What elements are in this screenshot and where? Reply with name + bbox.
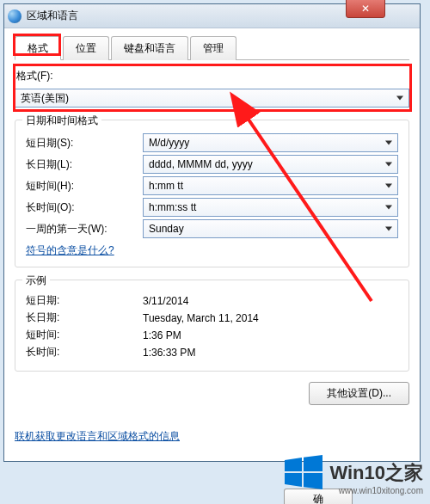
example-group: 示例 短日期: 3/11/2014 长日期: Tuesday, March 11…	[15, 280, 409, 372]
datetime-format-group: 日期和时间格式 短日期(S): M/d/yyyy 长日期(L): dddd, M…	[15, 120, 409, 267]
close-icon: ✕	[361, 3, 370, 15]
other-settings-button[interactable]: 其他设置(D)...	[309, 382, 409, 405]
chevron-down-icon	[385, 227, 392, 231]
row-first-day: 一周的第一天(W): Sunday	[26, 219, 398, 238]
notation-meaning-link[interactable]: 符号的含意是什么?	[26, 244, 114, 256]
long-time-value: h:mm:ss tt	[149, 201, 196, 213]
tab-keyboard-language[interactable]: 键盘和语言	[111, 36, 188, 60]
chevron-down-icon	[396, 96, 403, 101]
svg-marker-3	[285, 473, 302, 487]
first-day-label: 一周的第一天(W):	[26, 222, 143, 237]
ex-short-date-label: 短日期:	[26, 293, 143, 308]
short-date-dropdown[interactable]: M/d/yyyy	[143, 133, 398, 152]
ex-long-date-label: 长日期:	[26, 310, 143, 325]
ex-long-time-label: 长时间:	[26, 345, 143, 360]
chevron-down-icon	[385, 206, 392, 210]
short-time-dropdown[interactable]: h:mm tt	[143, 176, 398, 195]
long-time-label: 长时间(O):	[26, 200, 143, 215]
ok-button-cut[interactable]: 确	[284, 489, 353, 504]
globe-icon	[8, 9, 22, 23]
long-date-value: dddd, MMMM dd, yyyy	[149, 158, 253, 170]
row-long-time: 长时间(O): h:mm:ss tt	[26, 198, 398, 217]
format-value: 英语(美国)	[21, 91, 69, 106]
long-date-label: 长日期(L):	[26, 157, 143, 172]
datetime-legend: 日期和时间格式	[22, 114, 101, 128]
short-time-value: h:mm tt	[149, 180, 183, 192]
short-date-label: 短日期(S):	[26, 136, 143, 151]
row-short-time: 短时间(H): h:mm tt	[26, 176, 398, 195]
chevron-down-icon	[385, 141, 392, 145]
ex-short-date-value: 3/11/2014	[143, 295, 398, 307]
ex-long-date-value: Tuesday, March 11, 2014	[143, 312, 398, 324]
row-long-date: 长日期(L): dddd, MMMM dd, yyyy	[26, 155, 398, 174]
format-dropdown[interactable]: 英语(美国)	[15, 89, 409, 108]
ex-short-time-value: 1:36 PM	[143, 329, 398, 341]
ex-short-time: 短时间: 1:36 PM	[26, 328, 398, 342]
row-short-date: 短日期(S): M/d/yyyy	[26, 133, 398, 152]
tab-admin[interactable]: 管理	[190, 36, 236, 60]
window-title: 区域和语言	[27, 9, 78, 23]
region-language-dialog: 区域和语言 ✕ 格式 位置 键盘和语言 管理 格式(F): 英语(美国) 日期和…	[3, 3, 421, 462]
ex-short-time-label: 短时间:	[26, 328, 143, 342]
watermark-brand: Win10之家	[329, 460, 423, 486]
ex-long-time: 长时间: 1:36:33 PM	[26, 345, 398, 360]
dialog-body: 格式 位置 键盘和语言 管理 格式(F): 英语(美国) 日期和时间格式 短日期…	[4, 28, 420, 461]
first-day-dropdown[interactable]: Sunday	[143, 219, 398, 238]
long-date-dropdown[interactable]: dddd, MMMM dd, yyyy	[143, 155, 398, 174]
close-button[interactable]: ✕	[346, 0, 385, 18]
tab-row: 格式 位置 键盘和语言 管理	[15, 35, 409, 60]
ex-long-time-value: 1:36:33 PM	[143, 347, 398, 359]
chevron-down-icon	[385, 184, 392, 188]
chevron-down-icon	[385, 163, 392, 167]
titlebar: 区域和语言 ✕	[4, 4, 420, 28]
ex-long-date: 长日期: Tuesday, March 11, 2014	[26, 310, 398, 325]
long-time-dropdown[interactable]: h:mm:ss tt	[143, 198, 398, 217]
format-label: 格式(F):	[16, 69, 409, 83]
svg-marker-4	[304, 473, 322, 489]
first-day-value: Sunday	[149, 223, 184, 235]
tab-location[interactable]: 位置	[63, 36, 109, 60]
short-date-value: M/d/yyyy	[149, 137, 189, 149]
short-time-label: 短时间(H):	[26, 179, 143, 194]
online-info-link[interactable]: 联机获取更改语言和区域格式的信息	[15, 429, 180, 444]
example-legend: 示例	[22, 274, 50, 288]
ex-short-date: 短日期: 3/11/2014	[26, 293, 398, 308]
tab-format[interactable]: 格式	[15, 36, 61, 60]
